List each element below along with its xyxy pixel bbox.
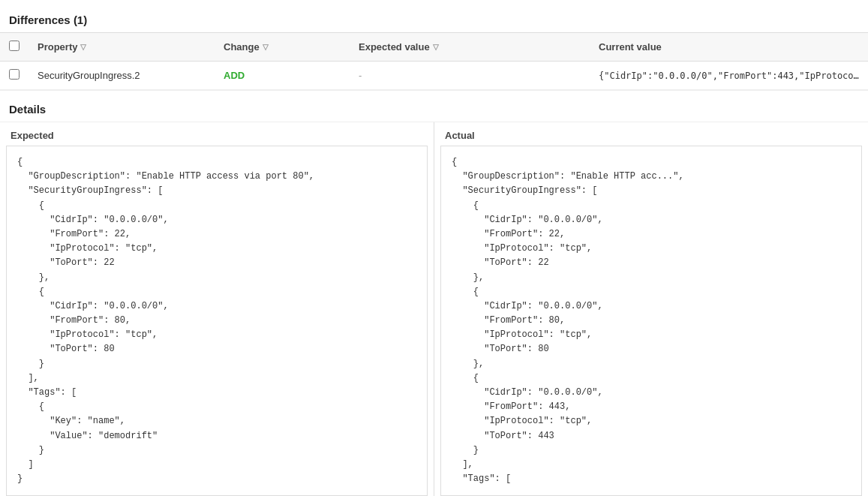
current-value: {"CidrIp":"0.0.0.0/0","FromPort":443,"Ip… — [599, 71, 864, 81]
property-label: Property — [38, 41, 77, 53]
header-change: Change ▽ — [215, 33, 350, 62]
row-property: SecurityGroupIngress.2 — [29, 62, 215, 90]
table-body: SecurityGroupIngress.2 ADD - {"CidrIp":"… — [0, 62, 868, 90]
actual-panel-label: Actual — [434, 122, 868, 146]
row-checkbox[interactable] — [9, 69, 20, 80]
details-panels: Expected { "GroupDescription": "Enable H… — [0, 122, 868, 496]
property-filter-icon[interactable]: ▽ — [80, 43, 86, 51]
actual-code: { "GroupDescription": "Enable HTTP acc..… — [440, 146, 862, 496]
differences-count: (1) — [74, 14, 87, 26]
expected-panel: Expected { "GroupDescription": "Enable H… — [0, 122, 434, 496]
expected-code: { "GroupDescription": "Enable HTTP acces… — [6, 146, 428, 496]
row-change: ADD — [215, 62, 350, 90]
header-expected: Expected value ▽ — [350, 33, 590, 62]
change-label: Change — [224, 41, 260, 53]
change-badge: ADD — [224, 70, 245, 81]
table-header: Property ▽ Change ▽ Expected value ▽ — [0, 33, 868, 62]
expected-label: Expected value — [359, 41, 430, 53]
header-current: Current value — [590, 33, 868, 62]
row-current: {"CidrIp":"0.0.0.0/0","FromPort":443,"Ip… — [590, 62, 868, 90]
row-checkbox-cell — [0, 62, 29, 90]
actual-panel: Actual { "GroupDescription": "Enable HTT… — [434, 122, 868, 496]
expected-filter-icon[interactable]: ▽ — [433, 43, 439, 51]
differences-table: Property ▽ Change ▽ Expected value ▽ — [0, 32, 868, 90]
header-checkbox-cell — [0, 33, 29, 62]
expected-value: - — [359, 70, 362, 81]
differences-title: Differences — [9, 14, 71, 26]
details-heading: Details — [0, 90, 868, 122]
row-expected: - — [350, 62, 590, 90]
header-property: Property ▽ — [29, 33, 215, 62]
expected-panel-label: Expected — [0, 122, 434, 146]
current-label: Current value — [599, 41, 662, 53]
change-filter-icon[interactable]: ▽ — [263, 43, 269, 51]
differences-heading: Differences (1) — [0, 9, 868, 32]
select-all-checkbox[interactable] — [9, 41, 20, 51]
table-row: SecurityGroupIngress.2 ADD - {"CidrIp":"… — [0, 62, 868, 90]
page-wrapper: Differences (1) Property ▽ Change ▽ — [0, 0, 868, 496]
